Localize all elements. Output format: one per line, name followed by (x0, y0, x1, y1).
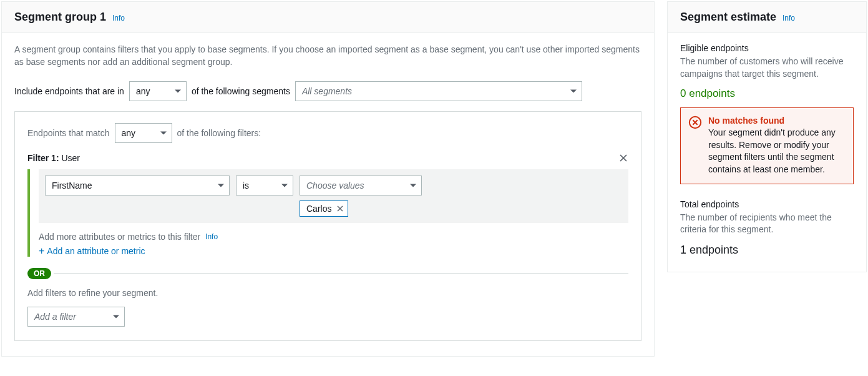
add-attribute-label: Add an attribute or metric (47, 246, 145, 256)
eligible-endpoints-count: 0 endpoints (680, 87, 854, 100)
segment-group-card: Segment group 1 Info A segment group con… (1, 1, 655, 357)
add-attribute-link[interactable]: + Add an attribute or metric (39, 245, 145, 257)
add-more-attributes-info[interactable]: Info (205, 232, 218, 241)
caret-down-icon (570, 89, 577, 92)
include-prefix: Include endpoints that are in (14, 86, 124, 96)
choose-values-select[interactable]: Choose values (300, 176, 422, 195)
or-divider: OR (27, 268, 628, 279)
segment-estimate-header: Segment estimate Info (668, 2, 866, 33)
operator-value: is (243, 181, 249, 190)
filter-criteria-panel: FirstName is (39, 169, 628, 223)
caret-down-icon (160, 131, 167, 134)
segment-estimate-card: Segment estimate Info Eligible endpoints… (667, 1, 867, 272)
segment-group-header: Segment group 1 Info (2, 2, 654, 33)
segment-group-description: A segment group contains filters that yo… (14, 43, 641, 69)
match-mode-select[interactable]: any (115, 123, 172, 143)
or-badge: OR (27, 268, 51, 279)
match-row: Endpoints that match any of the followin… (27, 123, 628, 143)
filter-1-label-type: User (61, 153, 80, 163)
filter-1-title: Filter 1: User (27, 153, 80, 163)
caret-down-icon (113, 315, 119, 318)
remove-tag-icon[interactable] (336, 205, 344, 212)
filter-1: Filter 1: User (27, 153, 628, 327)
alert-title: No matches found (708, 116, 846, 126)
remove-filter-icon[interactable] (618, 153, 628, 163)
operator-select[interactable]: is (236, 176, 293, 195)
plus-icon: + (39, 245, 44, 257)
add-more-attributes-text: Add more attributes or metrics to this f… (39, 232, 200, 242)
include-suffix: of the following segments (192, 86, 290, 96)
divider-line (54, 273, 628, 274)
caret-down-icon (281, 184, 288, 187)
segment-group-info-link[interactable]: Info (112, 14, 125, 22)
filter-1-label-prefix: Filter 1: (27, 153, 59, 163)
filters-box: Endpoints that match any of the followin… (14, 111, 641, 341)
match-prefix: Endpoints that match (27, 128, 110, 138)
match-suffix: of the following filters: (177, 128, 261, 138)
total-endpoints-heading: Total endpoints (680, 199, 854, 209)
include-mode-select[interactable]: any (129, 81, 187, 101)
refine-help-text: Add filters to refine your segment. (27, 288, 628, 298)
include-row: Include endpoints that are in any of the… (14, 81, 641, 101)
eligible-endpoints-desc: The number of customers who will receive… (680, 56, 854, 80)
eligible-endpoints-heading: Eligible endpoints (680, 43, 854, 53)
segment-estimate-title: Segment estimate (680, 11, 776, 23)
value-tag-text: Carlos (306, 204, 331, 214)
attribute-value: FirstName (52, 181, 92, 190)
segments-select[interactable]: All segments (295, 81, 582, 101)
match-mode-value: any (122, 128, 136, 138)
caret-down-icon (218, 184, 224, 187)
total-endpoints-count: 1 endpoints (680, 244, 854, 257)
caret-down-icon (175, 89, 181, 92)
caret-down-icon (410, 184, 416, 187)
error-icon (688, 116, 702, 129)
attribute-select[interactable]: FirstName (45, 176, 230, 195)
segments-placeholder: All segments (302, 86, 352, 96)
segment-group-title: Segment group 1 (14, 11, 106, 23)
choose-values-placeholder: Choose values (306, 181, 364, 190)
total-endpoints-desc: The number of recipients who meet the cr… (680, 212, 854, 236)
include-mode-value: any (136, 86, 150, 96)
value-tag: Carlos (300, 200, 348, 217)
alert-text: Your segment didn't produce any results.… (708, 127, 846, 176)
add-filter-select[interactable]: Add a filter (27, 307, 125, 327)
segment-estimate-info-link[interactable]: Info (783, 14, 795, 22)
no-matches-alert: No matches found Your segment didn't pro… (680, 107, 854, 184)
add-filter-placeholder: Add a filter (34, 312, 76, 322)
filter-accent-bar (27, 169, 30, 257)
